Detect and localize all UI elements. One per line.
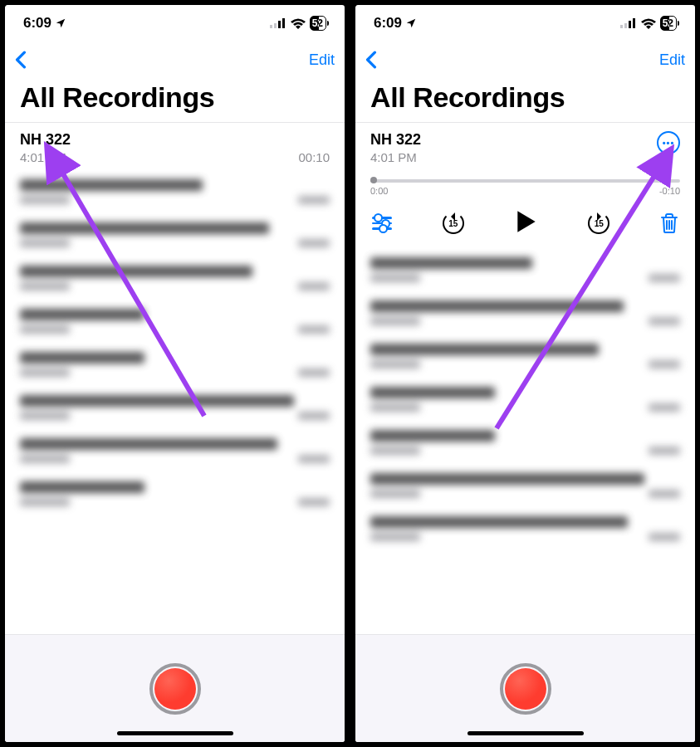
location-icon	[55, 17, 66, 29]
back-button[interactable]	[15, 48, 30, 71]
status-bar: 6:09 52	[355, 5, 695, 42]
svg-rect-6	[624, 23, 627, 28]
recording-name: NH 322	[370, 131, 421, 149]
playback-controls: 15 15	[370, 196, 680, 249]
play-button[interactable]	[515, 209, 538, 237]
more-options-button[interactable]	[657, 131, 680, 154]
phone-screen-right: 6:09 52 Edit All Recordings NH 322 4:01 …	[353, 2, 698, 745]
recording-time: 4:01 PM	[20, 150, 66, 164]
svg-rect-3	[282, 18, 285, 28]
list-item	[370, 516, 680, 541]
list-item	[370, 430, 680, 455]
wifi-icon	[641, 18, 656, 29]
scrub-remaining: -0:10	[659, 186, 680, 196]
clock: 6:09	[374, 15, 402, 32]
list-item	[20, 352, 330, 377]
list-item	[370, 257, 680, 282]
blurred-rows	[355, 249, 695, 634]
svg-rect-5	[620, 25, 623, 28]
list-item	[20, 438, 330, 463]
list-item	[370, 473, 680, 498]
home-indicator[interactable]	[117, 731, 233, 735]
nav-bar: Edit	[5, 42, 345, 78]
recording-name: NH 322	[20, 131, 330, 149]
scrub-elapsed: 0:00	[370, 186, 388, 196]
list-item	[20, 481, 330, 506]
battery-icon: 52	[310, 16, 326, 31]
back-button[interactable]	[365, 48, 380, 71]
record-bar	[5, 634, 345, 742]
location-icon	[405, 17, 417, 29]
svg-rect-0	[270, 25, 272, 28]
recordings-list: NH 322 4:01 PM 00:10	[5, 122, 345, 634]
svg-rect-2	[278, 21, 281, 28]
status-bar: 6:09 52	[5, 5, 345, 42]
svg-rect-1	[274, 23, 277, 28]
svg-rect-7	[629, 21, 631, 28]
page-title: All Recordings	[355, 78, 695, 122]
list-item	[20, 309, 330, 334]
list-item	[20, 179, 330, 204]
settings-sliders-button[interactable]	[372, 217, 392, 230]
record-button[interactable]	[149, 663, 201, 715]
battery-icon: 52	[660, 16, 677, 31]
record-button[interactable]	[500, 663, 551, 715]
home-indicator[interactable]	[467, 731, 584, 735]
cellular-icon	[620, 18, 637, 28]
cellular-icon	[270, 18, 286, 28]
phone-screen-left: 6:09 52 Edit All Recordings NH 322 4:01 …	[2, 2, 347, 745]
svg-rect-8	[633, 18, 635, 28]
delete-trash-button[interactable]	[660, 213, 678, 233]
page-title: All Recordings	[5, 78, 345, 122]
recording-time: 4:01 PM	[370, 150, 417, 164]
list-item	[20, 266, 330, 290]
skip-back-15-button[interactable]: 15	[440, 210, 467, 237]
edit-button[interactable]: Edit	[659, 51, 685, 69]
blurred-rows	[5, 171, 345, 634]
clock: 6:09	[23, 15, 51, 32]
list-item	[20, 395, 330, 420]
wifi-icon	[291, 18, 306, 29]
edit-button[interactable]: Edit	[309, 51, 335, 69]
skip-forward-15-button[interactable]: 15	[585, 210, 612, 237]
scrubber[interactable]: 0:00 -0:10	[370, 179, 680, 196]
nav-bar: Edit	[355, 42, 695, 78]
list-item	[370, 300, 680, 325]
list-item	[370, 344, 680, 369]
recording-duration: 00:10	[298, 150, 330, 164]
record-bar	[355, 634, 695, 742]
recording-row-expanded[interactable]: NH 322 4:01 PM 0:00 -0:10	[355, 122, 695, 249]
recording-row[interactable]: NH 322 4:01 PM 00:10	[5, 122, 345, 171]
list-item	[20, 222, 330, 247]
recordings-list: NH 322 4:01 PM 0:00 -0:10	[355, 122, 695, 634]
list-item	[370, 387, 680, 412]
